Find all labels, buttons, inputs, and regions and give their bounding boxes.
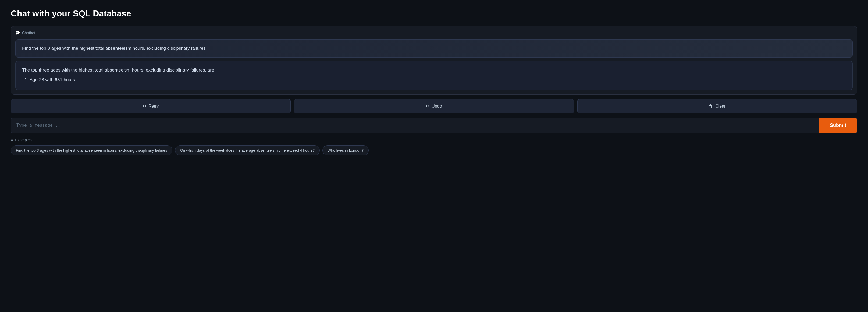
assistant-message: The top three ages with the highest tota… xyxy=(15,61,853,90)
undo-button[interactable]: ↺ Undo xyxy=(294,99,574,113)
retry-label: Retry xyxy=(149,104,159,109)
clear-button[interactable]: 🗑 Clear xyxy=(577,99,857,113)
message-input-row: Submit xyxy=(11,118,857,133)
user-message-text: Find the top 3 ages with the highest tot… xyxy=(22,46,206,51)
submit-button[interactable]: Submit xyxy=(819,118,857,133)
clear-icon: 🗑 xyxy=(709,104,713,109)
retry-button[interactable]: ↺ Retry xyxy=(11,99,291,113)
example-chip-0-text: Find the top 3 ages with the highest tot… xyxy=(16,148,167,153)
example-chip-1-text: On which days of the week does the avera… xyxy=(180,148,315,153)
message-input[interactable] xyxy=(11,118,819,133)
example-chip-2-text: Who lives in London? xyxy=(328,148,364,153)
chatbot-header: 💬 Chatbot xyxy=(15,31,853,35)
examples-icon: ≡ xyxy=(11,138,13,142)
user-message: Find the top 3 ages with the highest tot… xyxy=(15,39,853,58)
undo-icon: ↺ xyxy=(426,103,429,109)
undo-label: Undo xyxy=(432,104,442,109)
examples-chips: Find the top 3 ages with the highest tot… xyxy=(11,145,857,155)
examples-section: ≡ Examples Find the top 3 ages with the … xyxy=(11,138,857,155)
examples-header: ≡ Examples xyxy=(11,138,857,142)
submit-label: Submit xyxy=(830,123,846,128)
page-title: Chat with your SQL Database xyxy=(11,9,857,19)
clear-label: Clear xyxy=(715,104,725,109)
assistant-list: Age 28 with 651 hours xyxy=(30,76,846,84)
example-chip-2[interactable]: Who lives in London? xyxy=(322,145,369,155)
example-chip-0[interactable]: Find the top 3 ages with the highest tot… xyxy=(11,145,173,155)
retry-icon: ↺ xyxy=(143,103,146,109)
assistant-intro: The top three ages with the highest tota… xyxy=(22,66,846,74)
chatbot-label: Chatbot xyxy=(22,31,35,35)
examples-label: Examples xyxy=(15,138,31,142)
action-buttons-row: ↺ Retry ↺ Undo 🗑 Clear xyxy=(11,99,857,113)
chatbot-icon: 💬 xyxy=(15,31,20,35)
list-item: Age 28 with 651 hours xyxy=(30,76,846,84)
example-chip-1[interactable]: On which days of the week does the avera… xyxy=(175,145,320,155)
chatbot-panel: 💬 Chatbot Find the top 3 ages with the h… xyxy=(11,26,857,95)
